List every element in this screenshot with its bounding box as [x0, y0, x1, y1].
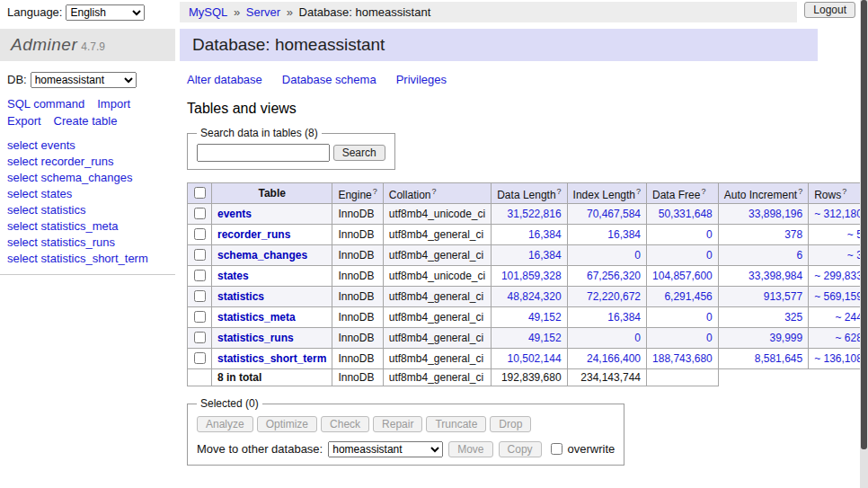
repair-button[interactable]: Repair — [373, 416, 422, 432]
check-button[interactable]: Check — [321, 416, 369, 432]
column-help-link[interactable]: ? — [842, 187, 846, 196]
cell-auto-increment-link[interactable]: 6 — [796, 249, 802, 262]
cell-data-length-link[interactable]: 16,384 — [528, 228, 562, 241]
row-checkbox-statistics-runs[interactable] — [194, 332, 206, 343]
cell-index-length-link[interactable]: 0 — [634, 249, 641, 262]
alter-database-link[interactable]: Alter database — [187, 73, 262, 86]
cell-index-length-link[interactable]: 72,220,672 — [587, 290, 641, 303]
cell-rows-link[interactable]: ~ 628 — [836, 332, 863, 344]
analyze-button[interactable]: Analyze — [197, 416, 253, 432]
table-link-statistics-short-term[interactable]: statistics_short_term — [217, 352, 326, 365]
vertical-scrollbar[interactable] — [860, 0, 868, 488]
cell-index-length-link[interactable]: 67,256,320 — [587, 270, 641, 282]
sidebar-link-import[interactable]: Import — [97, 97, 130, 111]
column-help-link[interactable]: ? — [798, 187, 802, 196]
language-select[interactable]: English — [66, 4, 145, 21]
overwrite-checkbox[interactable] — [551, 443, 562, 455]
cell-auto-increment-link[interactable]: 378 — [784, 228, 802, 241]
sidebar-select-statistics-meta[interactable]: select statistics_meta — [7, 219, 168, 233]
column-help-link[interactable]: ? — [431, 187, 436, 196]
db-select[interactable]: homeassistant — [31, 72, 137, 88]
column-help-link[interactable]: ? — [701, 187, 705, 196]
table-link-states[interactable]: states — [217, 270, 249, 282]
cell-data-free-link[interactable]: 6,291,456 — [664, 290, 712, 303]
cell-data-length-link[interactable]: 31,522,816 — [508, 208, 562, 220]
select-all-checkbox[interactable] — [194, 187, 206, 199]
drop-button[interactable]: Drop — [490, 416, 531, 432]
cell-data-length-link[interactable]: 49,152 — [528, 332, 562, 344]
cell-data-free-link[interactable]: 0 — [706, 332, 713, 344]
cell-rows-link[interactable]: ~ 299,833 — [814, 270, 863, 282]
sidebar-select-events[interactable]: select events — [7, 138, 168, 152]
privileges-link[interactable]: Privileges — [396, 73, 447, 86]
row-checkbox-statistics-short-term[interactable] — [194, 352, 206, 364]
cell-data-length-link[interactable]: 48,824,320 — [508, 290, 562, 303]
cell-auto-increment: 6 — [718, 245, 808, 266]
sidebar-select-states[interactable]: select states — [7, 187, 168, 200]
logout-button[interactable]: Logout — [804, 2, 855, 18]
table-link-recorder-runs[interactable]: recorder_runs — [217, 228, 290, 241]
table-link-schema-changes[interactable]: schema_changes — [217, 249, 307, 262]
cell-collation: utf8mb4_general_ci — [383, 225, 491, 245]
cell-data-free-link[interactable]: 104,857,600 — [652, 270, 713, 282]
app-name: Adminer — [11, 35, 77, 54]
cell-data-length-link[interactable]: 101,859,328 — [501, 270, 562, 282]
table-link-events[interactable]: events — [217, 208, 252, 220]
row-checkbox-schema-changes[interactable] — [194, 249, 206, 261]
breadcrumb-item-server[interactable]: Server — [246, 5, 280, 19]
row-checkbox-recorder-runs[interactable] — [194, 228, 206, 240]
cell-data-length-link[interactable]: 10,502,144 — [508, 352, 562, 365]
cell-auto-increment-link[interactable]: 33,898,196 — [748, 208, 802, 220]
cell-data-free-link[interactable]: 0 — [706, 311, 713, 324]
sidebar-select-statistics[interactable]: select statistics — [7, 203, 168, 217]
cell-collation: utf8mb4_unicode_ci — [383, 266, 491, 287]
move-button[interactable]: Move — [448, 441, 492, 457]
cell-index-length-link[interactable]: 70,467,584 — [587, 208, 641, 220]
table-link-statistics-meta[interactable]: statistics_meta — [217, 311, 296, 324]
row-checkbox-statistics-meta[interactable] — [194, 311, 206, 323]
move-db-select[interactable]: homeassistant — [328, 441, 443, 457]
cell-index-length-link[interactable]: 24,166,400 — [587, 352, 641, 365]
cell-index-length-link[interactable]: 16,384 — [607, 311, 641, 324]
row-checkbox-statistics[interactable] — [194, 290, 206, 302]
cell-auto-increment-link[interactable]: 39,999 — [769, 332, 802, 344]
column-help-link[interactable]: ? — [557, 187, 562, 196]
cell-index-length-link[interactable]: 0 — [634, 332, 641, 344]
scrollbar-thumb[interactable] — [861, 0, 867, 449]
row-checkbox-states[interactable] — [194, 270, 206, 281]
copy-button[interactable]: Copy — [499, 441, 542, 457]
sidebar-link-sql-command[interactable]: SQL command — [7, 97, 84, 111]
sidebar-select-statistics-runs[interactable]: select statistics_runs — [7, 235, 168, 249]
table-link-statistics-runs[interactable]: statistics_runs — [217, 332, 294, 344]
cell-data-free-link[interactable]: 188,743,680 — [652, 352, 713, 365]
column-help-link[interactable]: ? — [373, 187, 377, 196]
cell-data-length-link[interactable]: 16,384 — [528, 249, 562, 262]
optimize-button[interactable]: Optimize — [257, 416, 317, 432]
cell-data-length-link[interactable]: 49,152 — [528, 311, 562, 324]
cell-auto-increment-link[interactable]: 913,577 — [764, 290, 802, 303]
cell-rows-link[interactable]: ~ 244 — [836, 311, 863, 324]
sidebar-select-recorder-runs[interactable]: select recorder_runs — [7, 155, 168, 168]
search-input[interactable] — [197, 144, 330, 162]
column-help-link[interactable]: ? — [636, 187, 641, 196]
breadcrumb-item-mysql[interactable]: MySQL — [189, 5, 227, 19]
cell-data-free-link[interactable]: 0 — [706, 249, 713, 262]
truncate-button[interactable]: Truncate — [426, 416, 486, 432]
row-checkbox-events[interactable] — [194, 208, 206, 219]
cell-auto-increment-link[interactable]: 33,398,984 — [748, 270, 802, 282]
cell-rows-link[interactable]: ~ 312,180 — [814, 208, 863, 220]
table-link-statistics[interactable]: statistics — [217, 290, 264, 303]
sidebar-select-statistics-short-term[interactable]: select statistics_short_term — [7, 252, 168, 265]
sidebar-link-export[interactable]: Export — [7, 114, 41, 128]
cell-auto-increment-link[interactable]: 8,581,645 — [755, 352, 802, 365]
cell-data-free-link[interactable]: 50,331,648 — [659, 208, 713, 220]
cell-auto-increment-link[interactable]: 325 — [784, 311, 802, 324]
cell-data-free-link[interactable]: 0 — [706, 228, 713, 241]
database-schema-link[interactable]: Database schema — [282, 73, 376, 86]
cell-rows-link[interactable]: ~ 136,108 — [814, 352, 863, 365]
sidebar-select-schema-changes[interactable]: select schema_changes — [7, 171, 168, 184]
search-button[interactable]: Search — [333, 145, 385, 161]
cell-rows-link[interactable]: ~ 569,159 — [814, 290, 863, 303]
cell-index-length-link[interactable]: 16,384 — [607, 228, 641, 241]
sidebar-link-create-table[interactable]: Create table — [54, 114, 118, 128]
